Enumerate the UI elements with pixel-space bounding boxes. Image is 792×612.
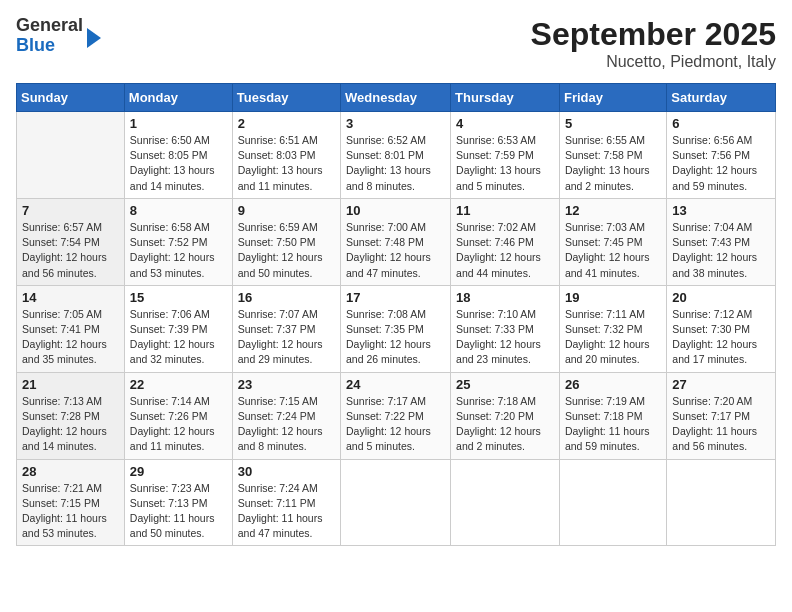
day-info: Sunrise: 7:00 AM Sunset: 7:48 PM Dayligh… bbox=[346, 220, 445, 281]
day-number: 25 bbox=[456, 377, 554, 392]
day-info: Sunrise: 7:20 AM Sunset: 7:17 PM Dayligh… bbox=[672, 394, 770, 455]
day-info: Sunrise: 7:06 AM Sunset: 7:39 PM Dayligh… bbox=[130, 307, 227, 368]
calendar-cell: 6Sunrise: 6:56 AM Sunset: 7:56 PM Daylig… bbox=[667, 112, 776, 199]
day-number: 3 bbox=[346, 116, 445, 131]
calendar-cell bbox=[451, 459, 560, 546]
day-number: 8 bbox=[130, 203, 227, 218]
calendar-cell: 1Sunrise: 6:50 AM Sunset: 8:05 PM Daylig… bbox=[124, 112, 232, 199]
header-col-thursday: Thursday bbox=[451, 84, 560, 112]
day-number: 4 bbox=[456, 116, 554, 131]
day-number: 28 bbox=[22, 464, 119, 479]
calendar-cell: 20Sunrise: 7:12 AM Sunset: 7:30 PM Dayli… bbox=[667, 285, 776, 372]
week-row-4: 21Sunrise: 7:13 AM Sunset: 7:28 PM Dayli… bbox=[17, 372, 776, 459]
day-number: 7 bbox=[22, 203, 119, 218]
calendar-cell: 14Sunrise: 7:05 AM Sunset: 7:41 PM Dayli… bbox=[17, 285, 125, 372]
day-number: 9 bbox=[238, 203, 335, 218]
day-number: 14 bbox=[22, 290, 119, 305]
day-info: Sunrise: 7:21 AM Sunset: 7:15 PM Dayligh… bbox=[22, 481, 119, 542]
logo-text: General Blue bbox=[16, 16, 83, 56]
calendar-cell: 5Sunrise: 6:55 AM Sunset: 7:58 PM Daylig… bbox=[559, 112, 666, 199]
logo-general: General bbox=[16, 16, 83, 36]
day-info: Sunrise: 6:51 AM Sunset: 8:03 PM Dayligh… bbox=[238, 133, 335, 194]
day-info: Sunrise: 7:03 AM Sunset: 7:45 PM Dayligh… bbox=[565, 220, 661, 281]
header-col-tuesday: Tuesday bbox=[232, 84, 340, 112]
calendar-cell: 17Sunrise: 7:08 AM Sunset: 7:35 PM Dayli… bbox=[341, 285, 451, 372]
day-number: 12 bbox=[565, 203, 661, 218]
day-info: Sunrise: 6:59 AM Sunset: 7:50 PM Dayligh… bbox=[238, 220, 335, 281]
calendar-cell: 4Sunrise: 6:53 AM Sunset: 7:59 PM Daylig… bbox=[451, 112, 560, 199]
calendar-cell: 21Sunrise: 7:13 AM Sunset: 7:28 PM Dayli… bbox=[17, 372, 125, 459]
calendar-cell: 7Sunrise: 6:57 AM Sunset: 7:54 PM Daylig… bbox=[17, 198, 125, 285]
day-info: Sunrise: 6:57 AM Sunset: 7:54 PM Dayligh… bbox=[22, 220, 119, 281]
day-number: 27 bbox=[672, 377, 770, 392]
calendar-body: 1Sunrise: 6:50 AM Sunset: 8:05 PM Daylig… bbox=[17, 112, 776, 546]
header-col-monday: Monday bbox=[124, 84, 232, 112]
day-info: Sunrise: 7:24 AM Sunset: 7:11 PM Dayligh… bbox=[238, 481, 335, 542]
day-number: 10 bbox=[346, 203, 445, 218]
day-number: 18 bbox=[456, 290, 554, 305]
day-number: 22 bbox=[130, 377, 227, 392]
week-row-2: 7Sunrise: 6:57 AM Sunset: 7:54 PM Daylig… bbox=[17, 198, 776, 285]
calendar-cell: 8Sunrise: 6:58 AM Sunset: 7:52 PM Daylig… bbox=[124, 198, 232, 285]
day-info: Sunrise: 7:17 AM Sunset: 7:22 PM Dayligh… bbox=[346, 394, 445, 455]
day-number: 6 bbox=[672, 116, 770, 131]
day-info: Sunrise: 7:19 AM Sunset: 7:18 PM Dayligh… bbox=[565, 394, 661, 455]
day-info: Sunrise: 6:58 AM Sunset: 7:52 PM Dayligh… bbox=[130, 220, 227, 281]
day-number: 24 bbox=[346, 377, 445, 392]
calendar-table: SundayMondayTuesdayWednesdayThursdayFrid… bbox=[16, 83, 776, 546]
header-col-friday: Friday bbox=[559, 84, 666, 112]
calendar-cell bbox=[559, 459, 666, 546]
calendar-cell: 30Sunrise: 7:24 AM Sunset: 7:11 PM Dayli… bbox=[232, 459, 340, 546]
day-info: Sunrise: 7:11 AM Sunset: 7:32 PM Dayligh… bbox=[565, 307, 661, 368]
page-title: September 2025 bbox=[531, 16, 776, 53]
day-info: Sunrise: 7:18 AM Sunset: 7:20 PM Dayligh… bbox=[456, 394, 554, 455]
day-number: 1 bbox=[130, 116, 227, 131]
day-info: Sunrise: 6:56 AM Sunset: 7:56 PM Dayligh… bbox=[672, 133, 770, 194]
calendar-cell: 26Sunrise: 7:19 AM Sunset: 7:18 PM Dayli… bbox=[559, 372, 666, 459]
day-info: Sunrise: 6:52 AM Sunset: 8:01 PM Dayligh… bbox=[346, 133, 445, 194]
calendar-cell: 3Sunrise: 6:52 AM Sunset: 8:01 PM Daylig… bbox=[341, 112, 451, 199]
calendar-cell: 16Sunrise: 7:07 AM Sunset: 7:37 PM Dayli… bbox=[232, 285, 340, 372]
day-info: Sunrise: 7:07 AM Sunset: 7:37 PM Dayligh… bbox=[238, 307, 335, 368]
day-number: 21 bbox=[22, 377, 119, 392]
day-info: Sunrise: 7:13 AM Sunset: 7:28 PM Dayligh… bbox=[22, 394, 119, 455]
title-block: September 2025 Nucetto, Piedmont, Italy bbox=[531, 16, 776, 71]
week-row-3: 14Sunrise: 7:05 AM Sunset: 7:41 PM Dayli… bbox=[17, 285, 776, 372]
calendar-cell: 13Sunrise: 7:04 AM Sunset: 7:43 PM Dayli… bbox=[667, 198, 776, 285]
day-info: Sunrise: 6:53 AM Sunset: 7:59 PM Dayligh… bbox=[456, 133, 554, 194]
calendar-cell: 19Sunrise: 7:11 AM Sunset: 7:32 PM Dayli… bbox=[559, 285, 666, 372]
calendar-cell: 12Sunrise: 7:03 AM Sunset: 7:45 PM Dayli… bbox=[559, 198, 666, 285]
calendar-header: SundayMondayTuesdayWednesdayThursdayFrid… bbox=[17, 84, 776, 112]
day-number: 23 bbox=[238, 377, 335, 392]
page-header: General Blue September 2025 Nucetto, Pie… bbox=[16, 16, 776, 71]
calendar-cell: 28Sunrise: 7:21 AM Sunset: 7:15 PM Dayli… bbox=[17, 459, 125, 546]
day-number: 20 bbox=[672, 290, 770, 305]
day-number: 19 bbox=[565, 290, 661, 305]
calendar-cell: 11Sunrise: 7:02 AM Sunset: 7:46 PM Dayli… bbox=[451, 198, 560, 285]
calendar-cell: 2Sunrise: 6:51 AM Sunset: 8:03 PM Daylig… bbox=[232, 112, 340, 199]
day-info: Sunrise: 7:14 AM Sunset: 7:26 PM Dayligh… bbox=[130, 394, 227, 455]
calendar-cell bbox=[667, 459, 776, 546]
day-number: 15 bbox=[130, 290, 227, 305]
header-col-saturday: Saturday bbox=[667, 84, 776, 112]
day-info: Sunrise: 7:15 AM Sunset: 7:24 PM Dayligh… bbox=[238, 394, 335, 455]
logo: General Blue bbox=[16, 16, 101, 56]
day-number: 11 bbox=[456, 203, 554, 218]
calendar-cell bbox=[341, 459, 451, 546]
day-info: Sunrise: 7:02 AM Sunset: 7:46 PM Dayligh… bbox=[456, 220, 554, 281]
calendar-cell: 22Sunrise: 7:14 AM Sunset: 7:26 PM Dayli… bbox=[124, 372, 232, 459]
week-row-1: 1Sunrise: 6:50 AM Sunset: 8:05 PM Daylig… bbox=[17, 112, 776, 199]
header-col-sunday: Sunday bbox=[17, 84, 125, 112]
calendar-cell: 9Sunrise: 6:59 AM Sunset: 7:50 PM Daylig… bbox=[232, 198, 340, 285]
calendar-cell bbox=[17, 112, 125, 199]
day-info: Sunrise: 6:50 AM Sunset: 8:05 PM Dayligh… bbox=[130, 133, 227, 194]
logo-blue: Blue bbox=[16, 36, 83, 56]
page-subtitle: Nucetto, Piedmont, Italy bbox=[531, 53, 776, 71]
calendar-cell: 15Sunrise: 7:06 AM Sunset: 7:39 PM Dayli… bbox=[124, 285, 232, 372]
day-number: 13 bbox=[672, 203, 770, 218]
day-info: Sunrise: 7:23 AM Sunset: 7:13 PM Dayligh… bbox=[130, 481, 227, 542]
day-info: Sunrise: 7:08 AM Sunset: 7:35 PM Dayligh… bbox=[346, 307, 445, 368]
day-info: Sunrise: 6:55 AM Sunset: 7:58 PM Dayligh… bbox=[565, 133, 661, 194]
calendar-cell: 29Sunrise: 7:23 AM Sunset: 7:13 PM Dayli… bbox=[124, 459, 232, 546]
calendar-cell: 23Sunrise: 7:15 AM Sunset: 7:24 PM Dayli… bbox=[232, 372, 340, 459]
